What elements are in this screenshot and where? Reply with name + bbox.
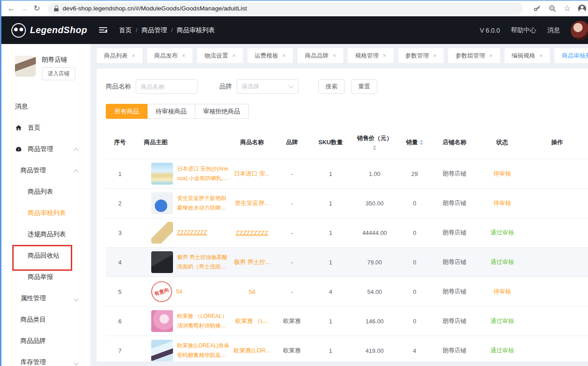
close-icon[interactable]: × (232, 52, 236, 59)
close-icon[interactable]: × (539, 52, 543, 59)
product-name-link[interactable]: 极男 男士控... (234, 259, 270, 265)
sidebar-item-audit-list[interactable]: 商品审核列表 (1, 202, 90, 224)
zoom-icon[interactable] (548, 5, 557, 13)
sidebar-item-goods-report[interactable]: 商品举报 (1, 266, 90, 288)
message-link[interactable]: 消息 (547, 26, 560, 34)
goods-name-input[interactable] (136, 79, 198, 94)
product-name-link[interactable]: 日本进口 安... (234, 170, 270, 177)
product-thumbnail[interactable] (151, 251, 173, 273)
url-text[interactable]: dev6-shop.legendshop.cn/#/ModuleGoods/Go… (63, 5, 247, 12)
tab-param-manage[interactable]: 参数管理× (398, 48, 444, 63)
product-link[interactable]: 日本进口 安热沙(Anessa) 小金瓶防晒乳,60... (177, 164, 230, 183)
sort-caret-icon[interactable] (373, 145, 376, 151)
close-icon[interactable]: × (182, 52, 186, 59)
tab-goods-publish[interactable]: 商品发布× (147, 48, 193, 63)
table-row: 6 欧莱雅 （LOREAL）清润葡萄籽强韧修护... 欧莱雅 （L... 欧莱雅… (106, 307, 588, 336)
close-icon[interactable]: × (433, 52, 437, 59)
home-icon (15, 124, 23, 132)
product-thumbnail-stamp[interactable]: 有意向 (148, 278, 175, 305)
product-name-link[interactable]: ZZZZZZZZZ (236, 229, 268, 236)
filter-rejected-goods[interactable]: 审核拒绝商品 (195, 104, 249, 119)
cell-shop: 朗尊店铺 (431, 189, 478, 218)
tab-brand[interactable]: 商品品牌× (297, 48, 343, 63)
close-icon[interactable]: × (132, 52, 135, 59)
product-thumbnail[interactable] (151, 222, 173, 244)
tab-goods-list[interactable]: 商品列表× (97, 48, 143, 63)
product-name-link[interactable]: 欧莱雅 （L... (235, 317, 269, 324)
menu-fold-icon[interactable] (99, 27, 107, 34)
product-link[interactable]: ZZZZZZZZZ (177, 228, 230, 238)
key-icon[interactable] (533, 5, 541, 13)
cell-sales: 0 (398, 189, 431, 218)
tab-edit-spec[interactable]: 编辑规格× (504, 48, 550, 63)
product-link[interactable]: 欧莱雅 （LOREAL）清润葡萄籽强韧修护... (177, 312, 230, 331)
product-thumbnail[interactable] (151, 192, 173, 214)
filter-pending-goods[interactable]: 待审核商品 (148, 104, 195, 119)
breadcrumb-home[interactable]: 首页 (119, 26, 132, 34)
product-name-link[interactable]: 资生堂蓝胖... (235, 200, 269, 206)
sidebar-item-category[interactable]: 商品类目 (1, 309, 90, 330)
cell-brand: - (274, 277, 310, 307)
chevron-down-icon (289, 84, 293, 88)
profile-icon[interactable] (578, 5, 586, 13)
sidebar-item-home[interactable]: 首页 (1, 117, 90, 138)
refresh-icon[interactable]: ↻ (30, 4, 43, 13)
sidebar-item-goods-list[interactable]: 商品列表 (1, 181, 90, 202)
tab-audit-list[interactable]: 商品审核列表× (554, 48, 588, 63)
user-avatar[interactable] (571, 21, 588, 40)
cell-shop: 朗尊店铺 (431, 248, 478, 277)
sidebar-item-attr-manage[interactable]: 属性管理 (1, 288, 90, 309)
tab-logistics[interactable]: 物流设置× (197, 48, 243, 63)
col-brand: 品牌 (274, 128, 310, 159)
cell-brand: 欧莱雅 (274, 307, 310, 336)
tab-spec-manage[interactable]: 规格管理× (348, 48, 394, 63)
filter-all-goods[interactable]: 所有商品 (106, 104, 148, 119)
sidebar-item-stock-manage[interactable]: 库存管理 (1, 351, 90, 366)
table-row: 4 极男 男士控油氨基酸洗面奶（男士洗面奶... 极男 男士控... - 1 7… (106, 248, 588, 277)
shop-info: 朗尊店铺 进入店铺 (1, 44, 90, 80)
product-name-link[interactable]: 54 (249, 288, 255, 295)
tab-freight-template[interactable]: 运费模板× (247, 48, 293, 63)
star-icon[interactable]: ☆ (564, 4, 571, 13)
search-button[interactable]: 搜索 (318, 79, 345, 94)
sidebar-item-recycle-bin[interactable]: 商品回收站 (1, 245, 90, 266)
sort-caret-icon[interactable] (420, 140, 423, 145)
status-filter-group: 所有商品 待审核商品 审核拒绝商品 (106, 104, 588, 119)
cell-shop: 朗尊店铺 (431, 307, 478, 336)
reset-button[interactable]: 重置 (351, 79, 377, 94)
enter-shop-button[interactable]: 进入店铺 (42, 67, 75, 80)
shop-name: 朗尊店铺 (42, 56, 75, 64)
cell-action (526, 307, 588, 336)
cell-sales: 0 (398, 277, 431, 307)
product-link[interactable]: 极男 男士控油氨基酸洗面奶（男士洗面奶... (177, 253, 230, 272)
close-icon[interactable]: × (383, 52, 386, 59)
cell-price: 79.00 (351, 248, 398, 277)
back-icon[interactable]: ← (5, 4, 18, 13)
address-bar[interactable]: dev6-shop.legendshop.cn/#/ModuleGoods/Go… (48, 3, 523, 15)
help-center-link[interactable]: 帮助中心 (511, 26, 536, 34)
brand-select[interactable]: 请选择 (237, 79, 298, 94)
breadcrumb-audit-list[interactable]: 商品审核列表 (177, 26, 215, 34)
tab-param-group[interactable]: 参数组管理× (448, 48, 500, 63)
cell-sales: 0 (398, 218, 431, 248)
product-thumbnail[interactable] (151, 310, 173, 332)
lock-icon (54, 5, 59, 11)
sidebar-item-brand[interactable]: 商品品牌 (1, 330, 90, 351)
sidebar-item-sub-goods-manage[interactable]: 商品管理 (1, 160, 90, 181)
product-name-link[interactable]: 欧莱雅(LOR... (234, 347, 271, 354)
table-row: 5 有意向 54 54 - 4 54.00 0 朗尊店铺 待审核 (106, 277, 588, 307)
product-link[interactable]: 欧莱雅(LOREAL)青春密码酵素精华肌底液... (177, 341, 230, 360)
sidebar-item-violation-list[interactable]: 违规商品列表 (1, 224, 90, 245)
close-icon[interactable]: × (282, 52, 286, 59)
product-thumbnail[interactable] (151, 163, 173, 185)
breadcrumb-goods-manage[interactable]: 商品管理 (142, 26, 167, 34)
sidebar-item-message[interactable]: 消息 (1, 96, 90, 117)
product-link[interactable]: 资生堂蓝胖子新艳阳夏臻效水动力防晒乳,5... (177, 194, 230, 213)
legendshop-logo[interactable]: LegendShop (11, 23, 95, 38)
product-link[interactable]: 54 (176, 287, 230, 297)
product-thumbnail[interactable] (151, 340, 173, 361)
sidebar-item-goods-manage[interactable]: 商品管理 (1, 138, 90, 160)
forward-icon[interactable]: → (18, 4, 30, 13)
close-icon[interactable]: × (332, 52, 336, 59)
close-icon[interactable]: × (489, 52, 493, 59)
